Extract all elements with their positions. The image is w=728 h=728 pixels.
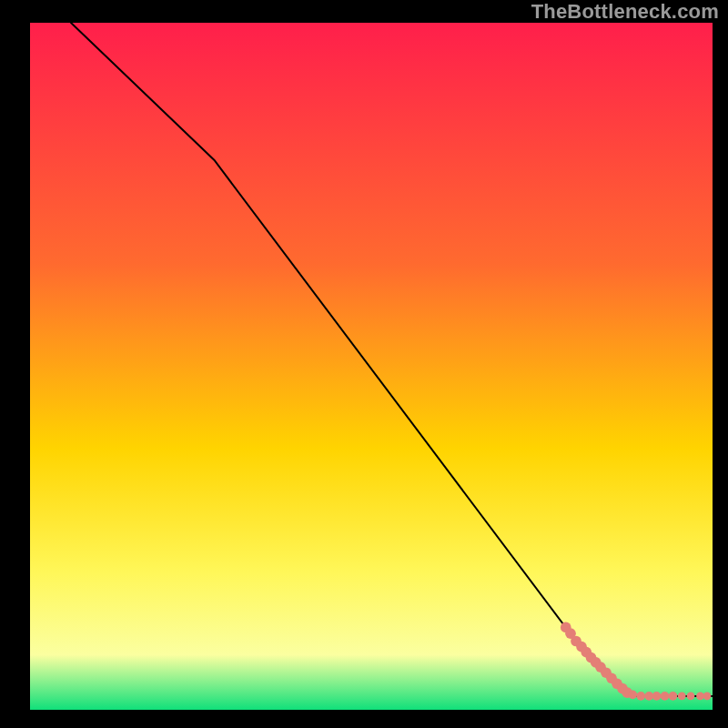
data-point	[678, 693, 686, 701]
data-point	[661, 692, 670, 701]
data-point	[636, 692, 645, 701]
gradient-background	[30, 23, 713, 710]
data-point	[696, 693, 704, 701]
plot-area	[30, 23, 713, 710]
watermark-text: TheBottleneck.com	[531, 0, 719, 24]
chart-frame: TheBottleneck.com	[0, 0, 728, 728]
data-point	[703, 693, 712, 701]
chart-svg	[30, 23, 713, 710]
data-point	[628, 691, 637, 700]
data-point	[669, 692, 678, 701]
data-point	[652, 692, 662, 701]
data-point	[687, 693, 695, 701]
